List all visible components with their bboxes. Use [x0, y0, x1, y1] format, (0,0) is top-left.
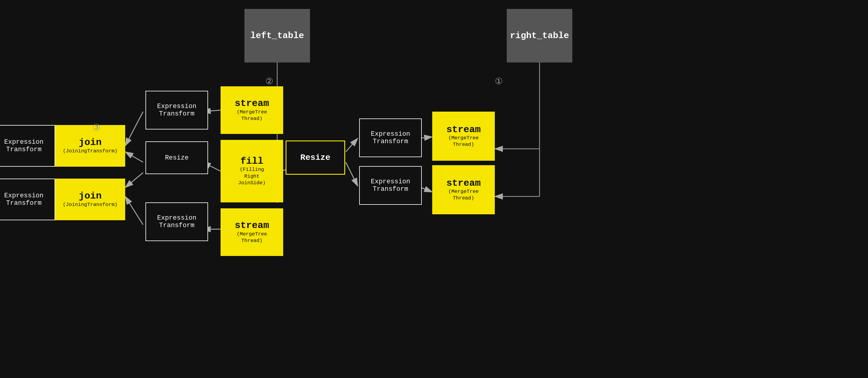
expr_far_left_bottom-label: Expression Transform	[4, 192, 43, 207]
svg-line-18	[346, 162, 358, 186]
stream_right_top-sub: (MergeTree Thread)	[448, 135, 479, 148]
expr_far_left_top: Expression Transform	[0, 125, 55, 167]
expr_right_top: Expression Transform	[359, 118, 422, 157]
fill_center-title: fill	[241, 156, 264, 166]
fill_center-sub: (Filling Right JoinSide)	[238, 166, 266, 186]
join_top-sub: (JoiningTransform)	[63, 148, 118, 154]
join_bottom-sub: (JoiningTransform)	[63, 202, 118, 208]
stream_right_bottom-title: stream	[446, 178, 480, 188]
stream_right_bottom: stream(MergeTree Thread)	[432, 165, 495, 214]
left_table-label: left_table	[250, 31, 304, 41]
resize_center_left-label: Resize	[165, 154, 188, 162]
svg-line-14	[125, 173, 143, 187]
expr_right_bottom-label: Expression Transform	[371, 178, 410, 193]
expr_bottom_center: Expression Transform	[146, 202, 208, 241]
svg-line-13	[125, 197, 143, 225]
fill_center: fill(Filling Right JoinSide)	[221, 140, 283, 202]
expr_bottom_center-label: Expression Transform	[157, 214, 196, 229]
stream_right_top-title: stream	[446, 125, 480, 135]
right_table: right_table	[507, 9, 572, 63]
join_bottom-title: join	[79, 191, 102, 201]
stream_right_top: stream(MergeTree Thread)	[432, 112, 495, 161]
circle-label-1: ①	[495, 76, 503, 87]
stream_bottom_center-title: stream	[235, 220, 269, 231]
circle-label-3: ③	[92, 122, 100, 133]
svg-line-11	[125, 112, 143, 146]
join_bottom: join(JoiningTransform)	[55, 179, 125, 220]
svg-line-12	[125, 152, 143, 162]
join_top-title: join	[79, 137, 102, 148]
circle-label-2: ②	[265, 76, 273, 87]
expr_top_center: Expression Transform	[146, 91, 208, 130]
join_top: join(JoiningTransform)	[55, 125, 125, 167]
stream_top_center: stream(MergeTree Thread)	[221, 86, 283, 134]
resize_main-label: Resize	[301, 153, 331, 162]
stream_right_bottom-sub: (MergeTree Thread)	[448, 188, 479, 202]
stream_bottom_center: stream(MergeTree Thread)	[221, 208, 283, 256]
expr_far_left_bottom: Expression Transform	[0, 179, 55, 220]
expr_top_center-label: Expression Transform	[157, 103, 196, 117]
resize_center_left: Resize	[146, 141, 208, 174]
expr_far_left_top-label: Expression Transform	[4, 138, 43, 153]
stream_bottom_center-sub: (MergeTree Thread)	[237, 231, 267, 244]
right_table-label: right_table	[510, 31, 569, 41]
expr_right_top-label: Expression Transform	[371, 130, 410, 145]
left_table: left_table	[244, 9, 310, 63]
expr_right_bottom: Expression Transform	[359, 166, 422, 205]
stream_top_center-sub: (MergeTree Thread)	[237, 109, 267, 122]
resize_main: Resize	[285, 140, 345, 175]
stream_top_center-title: stream	[235, 98, 269, 109]
svg-line-17	[346, 138, 358, 152]
